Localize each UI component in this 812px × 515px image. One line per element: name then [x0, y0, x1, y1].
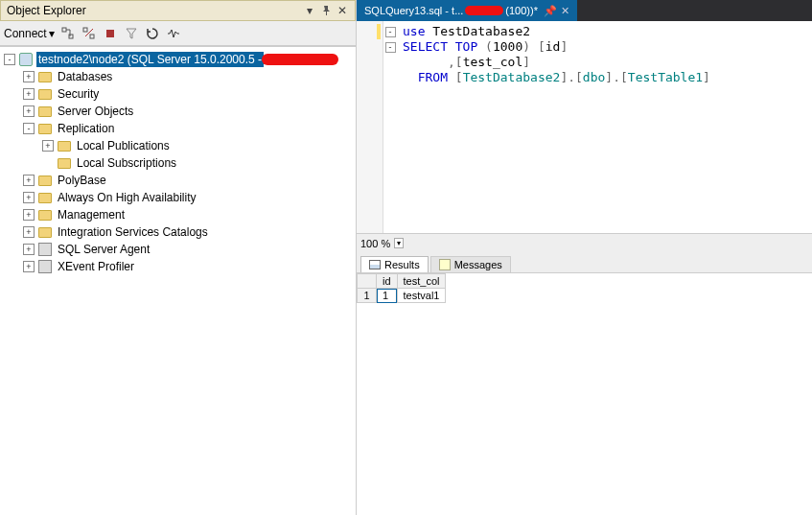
zoom-value: 100 % — [360, 238, 390, 249]
tree-node-label[interactable]: Management — [56, 207, 127, 222]
disconnect-icon[interactable] — [81, 26, 97, 41]
cell[interactable]: testval1 — [397, 289, 446, 303]
activity-icon[interactable] — [166, 26, 181, 41]
connect-button[interactable]: Connect ▾ — [4, 27, 55, 40]
document-area: SQLQuery13.sql - t... (100))* 📌 ✕ - - us… — [357, 0, 812, 515]
message-icon — [439, 259, 451, 270]
tree-node[interactable]: +SQL Server Agent — [0, 241, 356, 258]
redaction — [465, 6, 503, 15]
tab-title-prefix: SQLQuery13.sql - t... — [364, 5, 463, 16]
tree-node-label[interactable]: XEvent Profiler — [56, 259, 136, 274]
close-icon[interactable]: ✕ — [561, 5, 569, 17]
refresh-icon[interactable] — [145, 26, 160, 41]
sql-editor[interactable]: - - use TestDatabase2 SELECT TOP (1000) … — [357, 21, 812, 233]
tab-label: Results — [384, 259, 420, 270]
tree-node[interactable]: +XEvent Profiler — [0, 258, 356, 275]
tree-node[interactable]: +PolyBase — [0, 172, 356, 189]
tree-node[interactable]: +Integration Services Catalogs — [0, 223, 356, 241]
tab-label: Messages — [454, 259, 502, 270]
connect-object-icon[interactable] — [60, 26, 76, 41]
expander-icon[interactable]: - — [4, 54, 15, 65]
tree-view[interactable]: - testnode2\node2 (SQL Server 15.0.2000.… — [0, 46, 356, 515]
explorer-toolbar: Connect ▾ — [0, 21, 356, 46]
results-grid[interactable]: id test_col 1 1 testval1 — [357, 273, 812, 303]
tree-node-label[interactable]: Local Publications — [75, 138, 172, 153]
tree-node-label[interactable]: testnode2\node2 (SQL Server 15.0.2000.5 … — [36, 52, 264, 67]
corner-cell — [358, 274, 377, 289]
tree-node[interactable]: -Replication — [0, 120, 356, 137]
folder-icon — [38, 227, 52, 238]
agent-icon — [38, 243, 52, 256]
panel-title-bar: Object Explorer ▾ ✕ — [0, 0, 356, 21]
tree-node[interactable]: +Local Publications — [0, 137, 356, 154]
expander-icon[interactable]: + — [23, 71, 35, 82]
tree-node[interactable]: +Always On High Availability — [0, 189, 356, 206]
folder-icon — [38, 193, 52, 203]
svg-rect-3 — [90, 35, 94, 38]
tree-node-label[interactable]: PolyBase — [56, 173, 108, 188]
folder-icon — [38, 106, 52, 117]
zoom-bar: 100 % ▾ — [357, 233, 812, 252]
tree-node-label[interactable]: Security — [56, 86, 101, 102]
expander-icon[interactable]: + — [23, 226, 35, 238]
editor-tab[interactable]: SQLQuery13.sql - t... (100))* 📌 ✕ — [357, 0, 577, 21]
folder-icon — [38, 89, 52, 100]
dropdown-icon[interactable]: ▾ — [303, 4, 316, 17]
close-icon[interactable]: ✕ — [336, 4, 349, 17]
grid-icon — [369, 260, 381, 269]
editor-tab-bar: SQLQuery13.sql - t... (100))* 📌 ✕ — [357, 0, 812, 21]
collapse-icon[interactable]: - — [385, 27, 396, 37]
svg-rect-2 — [83, 28, 87, 32]
tree-node[interactable]: +Server Objects — [0, 103, 356, 120]
panel-title: Object Explorer — [7, 4, 300, 17]
tab-title-suffix: (100))* — [505, 5, 538, 16]
folder-icon — [58, 158, 71, 169]
tree-node-label[interactable]: Integration Services Catalogs — [56, 224, 210, 240]
redaction — [262, 54, 338, 65]
row-header[interactable]: 1 — [358, 289, 377, 303]
column-header[interactable]: id — [377, 274, 398, 289]
expander-icon[interactable]: + — [23, 88, 35, 100]
tree-node-label[interactable]: Databases — [56, 69, 114, 84]
tree-node[interactable]: +Databases — [0, 68, 356, 85]
filter-icon[interactable] — [124, 26, 139, 41]
tree-node-label[interactable]: SQL Server Agent — [56, 242, 151, 257]
server-icon — [19, 53, 33, 66]
table-row[interactable]: 1 1 testval1 — [358, 289, 446, 303]
expander-icon[interactable]: - — [23, 123, 35, 134]
tab-results[interactable]: Results — [360, 256, 429, 272]
expander-icon[interactable]: + — [23, 192, 35, 203]
tree-node[interactable]: +Security — [0, 85, 356, 103]
column-header[interactable]: test_col — [397, 274, 446, 289]
svg-rect-0 — [62, 28, 66, 32]
expander-icon[interactable]: + — [42, 140, 54, 152]
tree-node-label[interactable]: Local Subscriptions — [75, 155, 178, 171]
svg-rect-4 — [106, 30, 114, 37]
expander-icon[interactable]: + — [23, 105, 35, 117]
cell[interactable]: 1 — [377, 289, 398, 303]
tree-node-label[interactable]: Server Objects — [56, 104, 135, 119]
tree-root-server[interactable]: - testnode2\node2 (SQL Server 15.0.2000.… — [0, 51, 356, 68]
editor-gutter — [357, 21, 383, 233]
folder-icon — [38, 124, 52, 134]
folder-icon — [38, 72, 52, 82]
folder-icon — [38, 176, 52, 186]
tab-messages[interactable]: Messages — [430, 256, 511, 272]
tree-node[interactable]: Local Subscriptions — [0, 154, 356, 172]
collapse-icon[interactable]: - — [385, 42, 396, 53]
zoom-dropdown-icon[interactable]: ▾ — [394, 238, 404, 248]
object-explorer-panel: Object Explorer ▾ ✕ Connect ▾ — [0, 0, 357, 515]
tree-node[interactable]: +Management — [0, 206, 356, 223]
folder-icon — [58, 141, 71, 152]
code-area[interactable]: use TestDatabase2 SELECT TOP (1000) [id]… — [397, 21, 812, 233]
expander-icon[interactable]: + — [23, 244, 35, 255]
expander-icon[interactable]: + — [23, 261, 35, 272]
pin-icon[interactable] — [319, 4, 333, 17]
tree-node-label[interactable]: Replication — [56, 121, 116, 136]
results-tab-bar: Results Messages — [357, 252, 812, 273]
pin-icon[interactable]: 📌 — [544, 5, 557, 17]
tree-node-label[interactable]: Always On High Availability — [56, 190, 198, 205]
expander-icon[interactable]: + — [23, 175, 35, 186]
expander-icon[interactable]: + — [23, 209, 35, 221]
stop-icon[interactable] — [103, 26, 118, 41]
